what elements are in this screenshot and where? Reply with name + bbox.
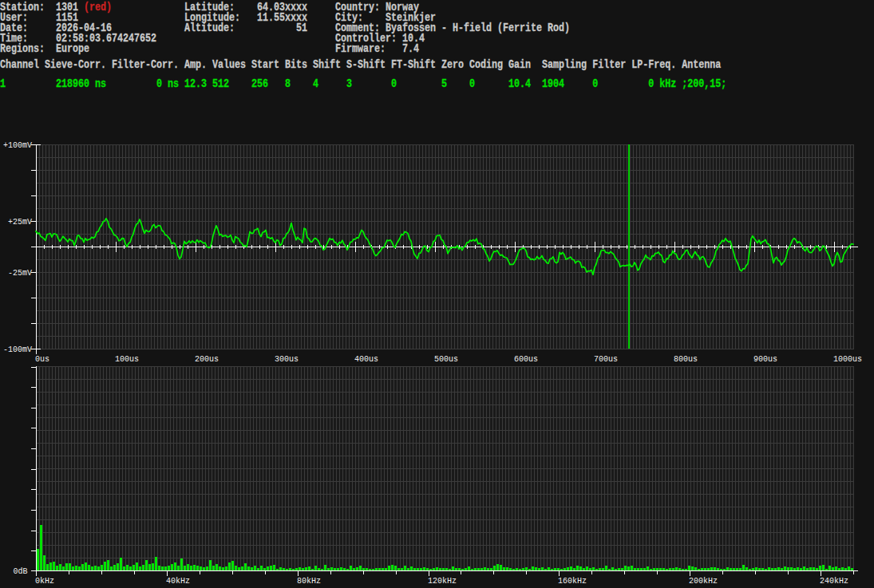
svg-text:700us: 700us: [594, 353, 618, 364]
svg-text:0kHz: 0kHz: [35, 575, 54, 586]
svg-text:-100mV: -100mV: [3, 344, 33, 354]
svg-text:400us: 400us: [354, 353, 378, 364]
svg-text:40kHz: 40kHz: [166, 575, 190, 586]
svg-text:+100mV: +100mV: [3, 140, 33, 150]
svg-text:120kHz: 120kHz: [428, 575, 457, 586]
svg-text:200kHz: 200kHz: [689, 575, 718, 586]
svg-text:800us: 800us: [674, 353, 698, 364]
svg-text:1000us: 1000us: [833, 353, 862, 364]
svg-text:80kHz: 80kHz: [297, 575, 321, 586]
svg-text:0us: 0us: [35, 353, 49, 364]
svg-text:0dB: 0dB: [14, 566, 28, 576]
svg-text:600us: 600us: [514, 353, 538, 364]
svg-text:300us: 300us: [275, 353, 299, 364]
svg-text:100us: 100us: [115, 353, 139, 364]
svg-text:900us: 900us: [753, 353, 777, 364]
svg-text:+25mV: +25mV: [8, 216, 33, 227]
svg-text:240kHz: 240kHz: [820, 575, 848, 586]
svg-text:200us: 200us: [195, 353, 219, 364]
svg-text:-25mV: -25mV: [8, 267, 33, 278]
svg-text:500us: 500us: [434, 353, 458, 364]
svg-text:160kHz: 160kHz: [558, 575, 587, 586]
